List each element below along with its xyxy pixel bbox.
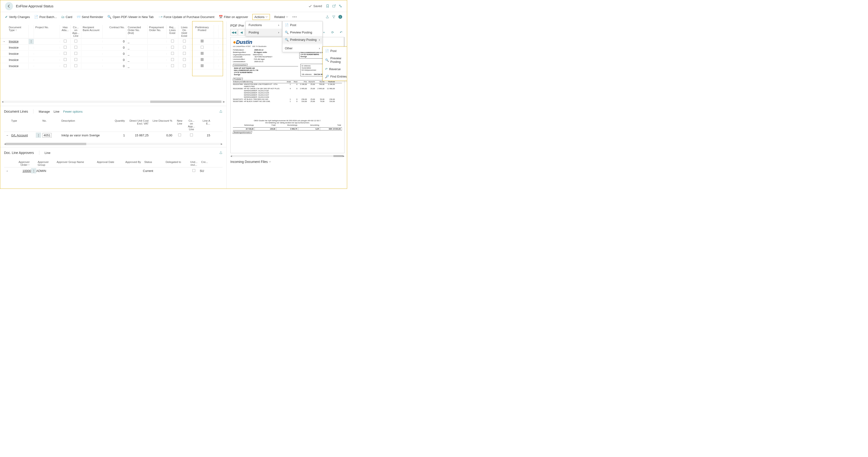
doclines-header: Type No. Description Quantity Direct Uni… (4, 115, 222, 132)
filter-icon[interactable] (332, 15, 336, 19)
row-actions[interactable] (29, 59, 34, 61)
docline-row[interactable]: → G/L Account ⋮ 4051 Inköp av varor inom… (4, 132, 222, 139)
pdf-undo[interactable]: ↶ (337, 29, 345, 35)
doclines-manage[interactable]: Manage (39, 110, 50, 113)
doclines-fewer[interactable]: Fewer options (63, 110, 83, 113)
bookmark-icon[interactable] (326, 4, 330, 8)
menu-other[interactable]: Other› (282, 45, 322, 52)
posting-submenu: 📄Post 🔍Preview Posting 🔍Preliminary Post… (282, 21, 322, 52)
back-button[interactable] (5, 2, 13, 10)
row-actions[interactable] (29, 53, 34, 55)
menu-post[interactable]: 📄Post (282, 21, 322, 29)
page-title: ExFlow Approval Status (16, 4, 53, 8)
grid-row[interactable]: Invoice 0 _ (0, 51, 226, 57)
menu2-preview[interactable]: 🔍Preview Posting (323, 55, 347, 65)
docline-coon-checkbox[interactable] (190, 134, 193, 136)
doclines-share-icon[interactable] (219, 110, 222, 113)
pdf-hscroll[interactable]: ◀ ▶ (230, 154, 345, 158)
more-actions-button[interactable]: ••• (292, 15, 297, 19)
info-icon[interactable]: i (338, 15, 342, 19)
grid-row[interactable]: Invoice 0 _ (0, 45, 226, 51)
related-dropdown-button[interactable]: Related (274, 15, 288, 19)
menu2-post[interactable]: 📄Post (323, 47, 347, 55)
document-lines-title: Document Lines (4, 110, 28, 113)
row-actions[interactable] (29, 47, 34, 49)
doclines-line[interactable]: Line (54, 110, 60, 113)
menu2-reverse[interactable]: ↶Reverse (323, 65, 347, 73)
filter-approver-button[interactable]: 📅Filter on approver (219, 15, 248, 19)
verify-changes-button[interactable]: ✔Verify Changes (5, 15, 30, 19)
actions-dropdown-button[interactable]: Actions (252, 14, 270, 20)
menu-preview-posting[interactable]: 🔍Preview Posting (282, 29, 322, 36)
pdf-refresh[interactable]: ⟳ (329, 29, 336, 35)
saved-status: Saved (309, 4, 322, 8)
actions-menu: Functions› Posting› (246, 21, 282, 36)
incoming-doc-files[interactable]: Incoming Document Files (230, 160, 345, 164)
force-update-button[interactable]: →•Force Update of Purchase Document (158, 15, 214, 19)
grid-hscroll[interactable]: ◀ ▶ (0, 100, 226, 104)
send-reminder-button[interactable]: 📨Send Reminder (76, 15, 103, 19)
grid-row[interactable]: Invoice 0 _ (0, 57, 226, 63)
approver-und-checkbox[interactable] (192, 169, 195, 172)
row-actions[interactable] (29, 65, 34, 67)
approver-row[interactable]: → 10000 ⋮ ADMIN Current SU (4, 167, 222, 174)
menu-functions[interactable]: Functions› (246, 21, 282, 29)
grid-row[interactable]: → Invoice ⋮ 0 _ (0, 38, 226, 45)
svg-rect-0 (333, 5, 335, 7)
approvers-title: Doc. Line Approvers (4, 151, 34, 154)
docline-row-actions[interactable]: ⋮ (36, 133, 41, 138)
post-batch-button[interactable]: 📄Post Batch... (34, 15, 57, 19)
menu-preliminary-posting[interactable]: 🔍Preliminary Posting› (282, 36, 322, 44)
pdf-first-page[interactable]: ◀◀ (230, 29, 238, 35)
preliminary-submenu: 📄Post 🔍Preview Posting ↶Reverse 🔎Find En… (322, 47, 347, 81)
approver-row-actions[interactable]: ⋮ (31, 168, 36, 173)
grid-header: Document Type ↑ Project No. Has Atta... … (0, 22, 226, 38)
approvers-line[interactable]: Line (44, 151, 51, 154)
menu2-find[interactable]: 🔎Find Entries (323, 73, 347, 80)
menu-posting[interactable]: Posting› (246, 29, 282, 36)
approvers-share-icon[interactable] (219, 151, 222, 154)
approvers-header: Approver Order ↑ Approver Group Approver… (4, 156, 222, 167)
share-icon[interactable] (326, 15, 329, 19)
row-actions[interactable]: ⋮ (29, 39, 34, 44)
popout-icon[interactable] (332, 4, 336, 8)
docline-newline-checkbox[interactable] (178, 134, 181, 136)
doclines-hscroll[interactable]: ◀ ▶ (4, 142, 222, 146)
open-pdf-button[interactable]: 🔍Open PDF-Viewer in New Tab (107, 15, 154, 19)
collapse-icon[interactable] (339, 4, 342, 8)
card-button[interactable]: 🗂Card (61, 15, 72, 19)
pdf-prev-page[interactable]: ◀ (238, 29, 245, 35)
grid-row[interactable]: Invoice 0 _ (0, 63, 226, 69)
